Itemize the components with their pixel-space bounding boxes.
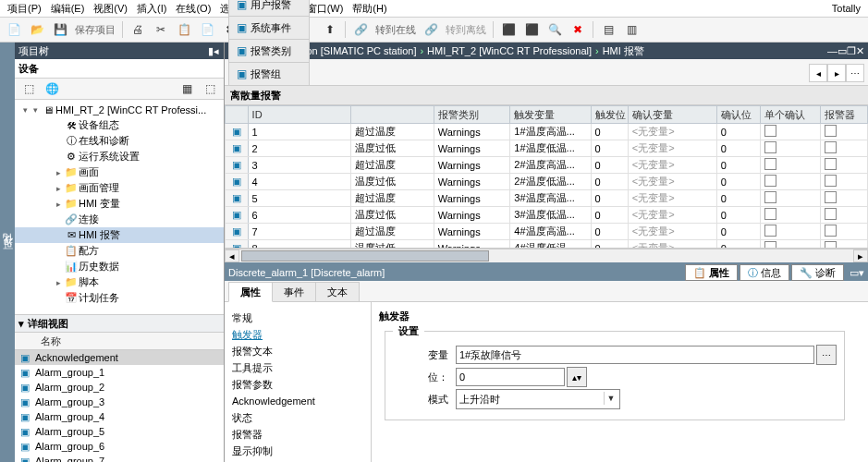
tree-item[interactable]: 📊历史数据 <box>15 259 224 274</box>
checkbox[interactable] <box>825 158 837 170</box>
detail-item[interactable]: ▣Alarm_group_4 <box>15 409 224 424</box>
cell-horn[interactable] <box>820 207 867 224</box>
bit-stepper[interactable]: ▴▾ <box>567 367 587 387</box>
project-tree[interactable]: ▾ ▾ 🖥 HMI_RT_2 [WinCC RT Professi... 🛠设备… <box>15 100 224 314</box>
expand-icon[interactable]: ▾ <box>31 105 41 115</box>
crumb[interactable]: HMI_RT_2 [WinCC RT Professional] <box>427 45 592 56</box>
col-header[interactable]: ID <box>248 106 351 124</box>
cell-trigvar[interactable]: 4#温度低温... <box>510 240 591 249</box>
cell-trigbit[interactable]: 0 <box>591 157 628 174</box>
cell-single-ack[interactable] <box>760 190 820 207</box>
cell-class[interactable]: Warnings <box>434 224 510 240</box>
prop-nav-item[interactable]: Acknowledgement <box>228 393 367 409</box>
cell-class[interactable]: Warnings <box>434 157 510 174</box>
prop-nav-item[interactable]: 报警参数 <box>228 376 367 393</box>
print-button[interactable]: 🖨 <box>128 19 148 40</box>
prop-nav-item[interactable]: 工具提示 <box>228 359 367 376</box>
menu-help[interactable]: 帮助(H) <box>348 2 390 16</box>
expand-icon[interactable]: ▸ <box>54 200 64 209</box>
checkbox[interactable] <box>825 141 837 153</box>
ptab-events[interactable]: 事件 <box>272 282 316 301</box>
inspector-layout-icon[interactable]: ▭ <box>850 267 859 279</box>
cell-ackvar[interactable]: <无变量> <box>628 124 716 140</box>
cell-trigbit[interactable]: 0 <box>591 174 628 190</box>
col-header[interactable] <box>226 106 249 124</box>
table-row[interactable]: ▣ 5 超过温度 Warnings 3#温度高温... 0 <无变量> 0 <box>226 190 868 207</box>
tree-filter-button[interactable]: ⬚ <box>200 79 220 99</box>
cell-single-ack[interactable] <box>760 140 820 157</box>
cell-trigbit[interactable]: 0 <box>591 190 628 207</box>
cell-horn[interactable] <box>820 224 867 240</box>
cell-text[interactable]: 超过温度 <box>351 157 434 174</box>
col-header[interactable]: 报警器 <box>820 106 867 124</box>
col-header[interactable]: 确认变量 <box>628 106 716 124</box>
scrollbar-thumb[interactable] <box>241 250 489 261</box>
cell-ackbit[interactable]: 0 <box>716 240 760 249</box>
cell-class[interactable]: Warnings <box>434 140 510 157</box>
cut-button[interactable]: ✂ <box>151 19 171 40</box>
menu-online[interactable]: 在线(O) <box>172 2 214 16</box>
prop-nav-item[interactable]: 触发器 <box>228 326 367 343</box>
cell-trigbit[interactable]: 0 <box>591 224 628 240</box>
cell-ackbit[interactable]: 0 <box>716 157 760 174</box>
menu-edit[interactable]: 编辑(E) <box>47 2 89 16</box>
ptab-texts[interactable]: 文本 <box>315 282 360 301</box>
prop-nav-item[interactable]: 常规 <box>228 310 367 326</box>
cell-single-ack[interactable] <box>760 174 820 190</box>
cell-trigvar[interactable]: 1#温度高温... <box>510 124 591 140</box>
detail-item[interactable]: ▣Alarm_group_7 <box>15 454 224 462</box>
cell-single-ack[interactable] <box>760 157 820 174</box>
go-offline-icon[interactable]: 🔗 <box>421 19 441 40</box>
cell-ackbit[interactable]: 0 <box>716 207 760 224</box>
checkbox[interactable] <box>764 158 776 170</box>
cell-text[interactable]: 温度过低 <box>351 207 434 224</box>
table-row[interactable]: ▣ 2 温度过低 Warnings 1#温度低温... 0 <无变量> 0 <box>226 140 868 157</box>
side-tab-visualization[interactable]: 可视化 <box>0 43 15 462</box>
alarm-grid[interactable]: ID报警类别触发变量触发位确认变量确认位单个确认报警器 ▣ 1 超过温度 War… <box>225 105 868 249</box>
tree-item[interactable]: ✉HMI 报警 <box>15 227 224 243</box>
tree-item[interactable]: 🔗连接 <box>15 212 224 227</box>
cell-trigvar[interactable]: 1#温度低温... <box>510 140 591 157</box>
inspector-tab-info[interactable]: ⓘ信息 <box>740 264 789 281</box>
cell-ackvar[interactable]: <无变量> <box>628 157 716 174</box>
alarm-tab[interactable]: ▣报警组 <box>228 62 310 85</box>
expand-icon[interactable]: ▸ <box>54 278 64 287</box>
checkbox[interactable] <box>825 208 837 220</box>
grid-h-scrollbar[interactable]: ◂ ▸ <box>225 249 868 262</box>
cell-text[interactable]: 温度过低 <box>351 140 434 157</box>
crumb[interactable]: HMI 报警 <box>603 44 644 58</box>
cell-horn[interactable] <box>820 174 867 190</box>
cell-ackvar[interactable]: <无变量> <box>628 240 716 249</box>
tree-item[interactable]: 📅计划任务 <box>15 290 224 306</box>
checkbox[interactable] <box>764 175 776 187</box>
checkbox[interactable] <box>825 175 837 187</box>
close-icon[interactable]: ✕ <box>856 45 864 57</box>
scroll-right-button[interactable]: ▸ <box>827 64 846 82</box>
scroll-left-icon[interactable]: ◂ <box>225 249 239 262</box>
cell-text[interactable]: 温度过低 <box>351 174 434 190</box>
detail-item[interactable]: ▣Alarm_group_6 <box>15 439 224 454</box>
expand-icon[interactable]: ▸ <box>54 168 64 177</box>
prop-nav-item[interactable]: 报警器 <box>228 426 367 443</box>
tree-item[interactable]: ⓘ在线和诊断 <box>15 133 224 149</box>
table-row[interactable]: ▣ 3 超过温度 Warnings 2#温度高温... 0 <无变量> 0 <box>226 157 868 174</box>
prop-nav-item[interactable]: 显示抑制 <box>228 443 367 459</box>
cell-horn[interactable] <box>820 157 867 174</box>
tree-item[interactable]: 📋配方 <box>15 243 224 259</box>
cell-ackvar[interactable]: <无变量> <box>628 174 716 190</box>
inspector-tab-diag[interactable]: 🔧诊断 <box>791 264 844 281</box>
cell-text[interactable]: 超过温度 <box>351 224 434 240</box>
cell-trigbit[interactable]: 0 <box>591 240 628 249</box>
tab-menu-button[interactable]: ⋯ <box>846 64 864 82</box>
property-nav[interactable]: 常规触发器报警文本工具提示报警参数Acknowledgement状态报警器显示抑… <box>225 302 372 462</box>
cell-id[interactable]: 7 <box>248 224 351 240</box>
cell-horn[interactable] <box>820 240 867 249</box>
download-button[interactable]: ⬆ <box>320 19 340 40</box>
alarm-tab[interactable]: ▣系统事件 <box>228 16 310 39</box>
checkbox[interactable] <box>825 241 837 249</box>
ptab-properties[interactable]: 属性 <box>228 282 273 302</box>
table-row[interactable]: ▣ 6 温度过低 Warnings 3#温度低温... 0 <无变量> 0 <box>226 207 868 224</box>
detail-item[interactable]: ▣Alarm_group_3 <box>15 395 224 409</box>
expand-icon[interactable]: ▸ <box>54 184 64 193</box>
cell-text[interactable]: 超过温度 <box>351 190 434 207</box>
